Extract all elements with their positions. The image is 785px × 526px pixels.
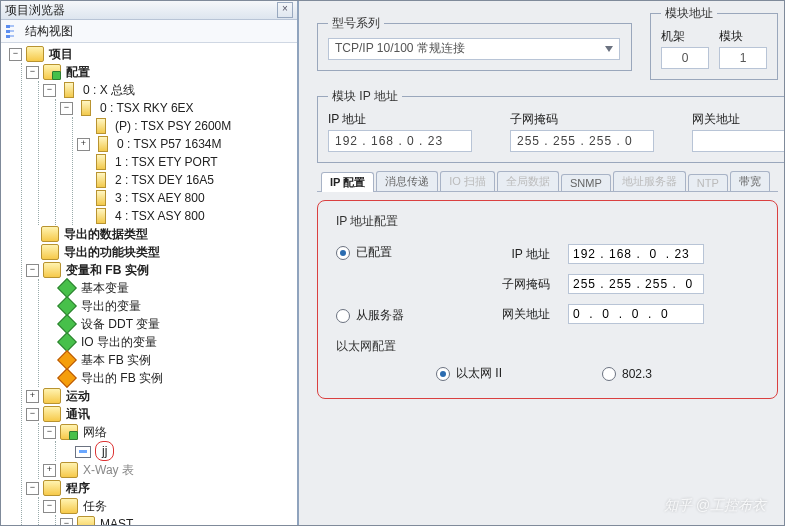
model-series-label: 型号系列 [328,15,384,32]
expand-toggle[interactable]: − [26,408,39,421]
panel-title-bar: 项目浏览器 × [1,1,297,20]
expand-toggle[interactable]: + [43,464,56,477]
var-icon [57,296,77,316]
tree-derived-fb[interactable]: 导出的 FB 实例 [80,369,164,387]
panel-close-icon[interactable]: × [277,2,293,18]
expand-toggle[interactable]: − [43,84,56,97]
tree-slot-4[interactable]: 4 : TSX ASY 800 [114,207,206,225]
module-config-panel: 型号系列 TCP/IP 10/100 常规连接 模块地址 机架0 模块1 模块 … [299,1,784,525]
gateway-readonly [692,130,784,152]
tree-tasks[interactable]: 任务 [82,497,108,515]
tree-slot-2[interactable]: 2 : TSX DEY 16A5 [114,171,215,189]
tree-device-ddt[interactable]: 设备 DDT 变量 [80,315,161,333]
tree-motion[interactable]: 运动 [65,387,91,405]
model-series-dropdown[interactable]: TCP/IP 10/100 常规连接 [328,38,620,60]
tree-slot-3[interactable]: 3 : TSX AEY 800 [114,189,206,207]
subnet-label: 子网掩码 [510,111,654,128]
ipcfg-subnet-label: 子网掩码 [480,276,550,293]
tree-comm[interactable]: 通讯 [65,405,91,423]
tree-slot-0[interactable]: 0 : TSX P57 1634M [116,135,223,153]
var-icon [57,314,77,334]
rack-icon [81,100,91,116]
radio-8023[interactable]: 802.3 [602,365,652,382]
tree-config[interactable]: 配置 [65,63,91,81]
tab-snmp[interactable]: SNMP [561,174,611,191]
radio-ethernet2[interactable]: 以太网 II [436,365,502,382]
module-icon [98,136,108,152]
tree-xway[interactable]: X-Way 表 [82,461,135,479]
model-series-value: TCP/IP 10/100 常规连接 [335,40,465,57]
project-tree[interactable]: −项目 −配置 −0 : X 总线 −0 : TSX RKY 6EX [1,43,297,525]
tree-io-derived[interactable]: IO 导出的变量 [80,333,158,351]
module-address-group: 模块地址 机架0 模块1 [650,5,778,80]
expand-toggle[interactable]: − [9,48,22,61]
rack-value: 0 [661,47,709,69]
folder-icon [26,46,44,62]
ipcfg-ip-label: IP 地址 [480,246,550,263]
expand-toggle[interactable]: − [60,102,73,115]
module-icon [96,190,106,206]
radio-from-server[interactable]: 从服务器 [336,307,404,324]
tree-network[interactable]: 网络 [82,423,108,441]
ipcfg-subnet-input[interactable] [568,274,704,294]
fb-icon [57,350,77,370]
tree-slot-p[interactable]: (P) : TSX PSY 2600M [114,117,232,135]
tree-export-types[interactable]: 导出的数据类型 [63,225,149,243]
tree-vars-fb[interactable]: 变量和 FB 实例 [65,261,150,279]
ipcfg-ip-input[interactable] [568,244,704,264]
tree-slot-1[interactable]: 1 : TSX ETY PORT [114,153,219,171]
module-icon [96,154,106,170]
ip-label: IP 地址 [328,111,472,128]
svg-rect-2 [6,35,10,38]
tree-elem-var[interactable]: 基本变量 [80,279,130,297]
tree-mast[interactable]: MAST [99,515,134,525]
expand-toggle[interactable]: − [26,264,39,277]
ip-config-title: IP 地址配置 [336,213,759,230]
tab-bandwidth[interactable]: 带宽 [730,171,770,191]
tree-export-fbtypes[interactable]: 导出的功能块类型 [63,243,161,261]
tree-rack0[interactable]: 0 : TSX RKY 6EX [99,99,195,117]
ipcfg-gateway-input[interactable] [568,304,704,324]
expand-toggle[interactable]: + [77,138,90,151]
expand-toggle[interactable]: + [26,390,39,403]
tab-global-data[interactable]: 全局数据 [497,171,559,191]
expand-toggle[interactable]: − [26,66,39,79]
svg-rect-0 [6,25,10,28]
tree-project[interactable]: 项目 [48,45,74,63]
tree-network-jj[interactable]: jj [95,441,114,461]
tree-view-icon[interactable] [5,23,21,39]
folder-icon [60,424,78,440]
bus-icon [64,82,74,98]
module-icon [96,208,106,224]
tree-derived-var[interactable]: 导出的变量 [80,297,142,315]
folder-icon [43,388,61,404]
panel-title: 项目浏览器 [5,1,65,19]
folder-icon [77,516,95,525]
svg-rect-1 [6,30,10,33]
expand-toggle[interactable]: − [60,518,73,526]
folder-icon [43,406,61,422]
folder-icon [60,462,78,478]
chevron-down-icon [605,46,613,52]
tab-ntp[interactable]: NTP [688,174,728,191]
module-label: 模块 [719,28,767,45]
tree-bus[interactable]: 0 : X 总线 [82,81,136,99]
expand-toggle[interactable]: − [26,482,39,495]
eth-config-title: 以太网配置 [336,338,759,355]
tab-io-scan[interactable]: IO 扫描 [440,171,495,191]
radio-configured[interactable]: 已配置 [336,244,404,261]
tree-elem-fb[interactable]: 基本 FB 实例 [80,351,152,369]
module-icon [96,172,106,188]
tree-program[interactable]: 程序 [65,479,91,497]
folder-icon [41,244,59,260]
expand-toggle[interactable]: − [43,426,56,439]
tab-addr-server[interactable]: 地址服务器 [613,171,686,191]
config-tabs: IP 配置 消息传递 IO 扫描 全局数据 SNMP 地址服务器 NTP 带宽 [317,171,778,192]
expand-toggle[interactable]: − [43,500,56,513]
tab-messaging[interactable]: 消息传递 [376,171,438,191]
gateway-label: 网关地址 [692,111,784,128]
var-icon [57,332,77,352]
tab-ip-config[interactable]: IP 配置 [321,172,374,192]
view-mode-row: 结构视图 [1,20,297,43]
folder-icon [43,262,61,278]
